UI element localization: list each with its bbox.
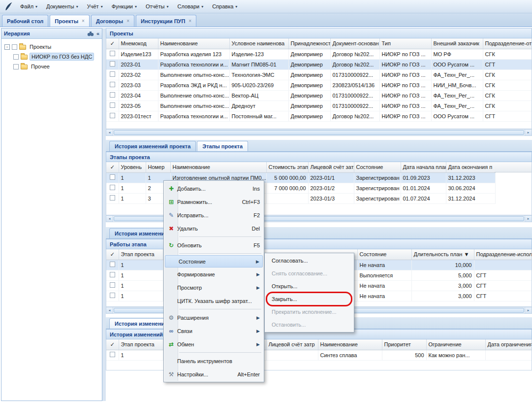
menu-item[interactable]: ⚒Настройки...Alt+Enter xyxy=(164,368,264,381)
scroll-left-icon[interactable]: ◂ xyxy=(106,307,113,313)
menu-item[interactable]: ✎Исправить...F2 xyxy=(164,208,264,222)
menu-item[interactable]: Просмотр▶ xyxy=(164,281,264,294)
tree-checkbox[interactable] xyxy=(12,44,17,50)
collapse-panel-icon[interactable]: « xyxy=(96,31,99,36)
column-header[interactable]: Состояние xyxy=(357,249,411,260)
column-header[interactable]: Этап проекта xyxy=(119,339,163,350)
menu-item[interactable]: ✚Добавить...Ins xyxy=(164,182,264,195)
column-header[interactable]: Стоимость этапа xyxy=(266,162,308,172)
tab-close-icon[interactable]: × xyxy=(126,18,129,24)
row-checkbox[interactable] xyxy=(110,195,115,201)
scroll-right-icon[interactable]: ▸ xyxy=(525,216,532,222)
scroll-thumb[interactable] xyxy=(114,130,524,135)
select-all-header[interactable]: ✓ xyxy=(106,249,119,260)
row-checkbox[interactable] xyxy=(110,92,115,98)
menubar-item[interactable]: Словари▾ xyxy=(173,1,208,12)
scroll-left-icon[interactable]: ◂ xyxy=(106,130,113,135)
menubar-item[interactable]: Документы▾ xyxy=(42,1,83,12)
column-header[interactable]: Дата окончания п xyxy=(446,162,495,172)
menu-item[interactable]: ✖УдалитьDel xyxy=(164,222,264,235)
column-header[interactable]: Номер xyxy=(146,162,170,172)
table-row[interactable]: Изделие123Разработка изделия 123Изделие-… xyxy=(106,49,532,59)
column-header[interactable]: Дата начала план xyxy=(401,162,446,172)
row-checkbox[interactable] xyxy=(110,352,115,357)
column-header[interactable]: Приоритет xyxy=(382,339,426,350)
column-header[interactable]: Уровень xyxy=(119,162,146,172)
row-checkbox[interactable] xyxy=(110,71,115,77)
column-header[interactable]: Подразделение-исполн xyxy=(474,249,532,260)
menu-item[interactable]: Согласовать... xyxy=(265,254,354,267)
table-row[interactable]: 2023-05Выполнение опытно-конс...Дредноут… xyxy=(106,100,532,111)
tab-Инструкции ПУП[interactable]: Инструкции ПУП× xyxy=(136,15,196,27)
binoculars-icon[interactable] xyxy=(87,31,94,36)
tree-expander-icon[interactable]: - xyxy=(4,44,10,50)
menubar-item[interactable]: Отчёты▾ xyxy=(141,1,173,12)
column-header[interactable]: Мнемокод xyxy=(119,38,158,49)
column-header[interactable]: Принадлежность xyxy=(288,38,330,49)
table-row[interactable]: 2023-01тестРазработка технологии и...Пос… xyxy=(106,111,532,121)
tree-checkbox[interactable] xyxy=(13,54,19,60)
column-header[interactable]: Лицевой счёт затрат xyxy=(308,162,354,172)
column-header[interactable]: Длительность план ▼ xyxy=(411,249,474,260)
table-row[interactable]: 2023-03Разработка ЭКД и РКД н...905-U020… xyxy=(106,80,532,90)
scroll-left-icon[interactable]: ◂ xyxy=(106,216,113,222)
column-header[interactable]: Подразделение-от xyxy=(483,38,532,49)
menu-item[interactable]: ⚙Расширения▶ xyxy=(164,311,264,324)
menu-item[interactable]: Формирование▶ xyxy=(164,268,264,281)
column-header[interactable]: Наименование xyxy=(170,162,266,172)
column-header[interactable]: Ограничение xyxy=(426,339,485,350)
tree-item[interactable]: -Проекты xyxy=(2,42,101,52)
table-row[interactable]: 2023-01Разработка технологии и...Магнит … xyxy=(106,59,532,69)
row-checkbox[interactable] xyxy=(110,102,115,108)
select-all-header[interactable]: ✓ xyxy=(106,339,119,350)
column-header[interactable]: Тип xyxy=(379,38,431,49)
tab-Проекты[interactable]: Проекты× xyxy=(50,15,90,27)
menu-item[interactable]: Закрыть... xyxy=(265,293,354,305)
row-checkbox[interactable] xyxy=(110,82,115,87)
menubar-item[interactable]: Справка▾ xyxy=(208,1,242,12)
row-checkbox[interactable] xyxy=(110,272,115,277)
column-header[interactable]: Документ-основан xyxy=(330,38,379,49)
tab-Рабочий стол[interactable]: Рабочий стол xyxy=(2,15,48,27)
menu-item[interactable]: Панель инструментов xyxy=(164,354,264,368)
column-header[interactable]: Условное наименова xyxy=(229,38,288,49)
menu-item[interactable]: ⊞Размножить...Ctrl+F3 xyxy=(164,195,264,208)
menu-item[interactable]: ↻ОбновитьF5 xyxy=(164,238,264,252)
scroll-right-icon[interactable]: ▸ xyxy=(525,130,532,135)
menu-item[interactable]: ЦИТК. Указать шифр затрат... xyxy=(164,294,264,307)
column-header[interactable]: Наименование xyxy=(158,38,229,49)
row-checkbox[interactable] xyxy=(110,174,115,180)
row-checkbox[interactable] xyxy=(110,113,115,118)
row-checkbox[interactable] xyxy=(110,282,115,288)
table-row[interactable]: 2023-02Выполнение опытно-конс...Технолог… xyxy=(106,69,532,80)
column-header[interactable]: Дата ограничения xyxy=(485,339,532,350)
column-header[interactable]: Наименование xyxy=(318,339,382,350)
menubar-item[interactable]: Учёт▾ xyxy=(83,1,107,12)
row-checkbox[interactable] xyxy=(110,185,115,190)
row-checkbox[interactable] xyxy=(110,51,115,56)
tab-Этапы проекта[interactable]: Этапы проекта xyxy=(197,141,248,151)
row-checkbox[interactable] xyxy=(110,293,115,298)
select-all-header[interactable]: ✓ xyxy=(106,38,119,49)
scroll-right-icon[interactable]: ▸ xyxy=(525,307,532,313)
tab-close-icon[interactable]: × xyxy=(188,18,191,24)
menu-item[interactable]: ∞Связи▶ xyxy=(164,324,264,337)
column-header[interactable]: Этап проекта xyxy=(119,249,163,260)
column-header[interactable]: Лицевой счёт затр xyxy=(266,339,318,350)
tab-Договоры[interactable]: Договоры× xyxy=(91,15,134,27)
column-header[interactable]: Состояние xyxy=(354,162,401,172)
row-checkbox[interactable] xyxy=(110,262,115,267)
menubar-item[interactable]: Функции▾ xyxy=(107,1,141,12)
menu-item[interactable]: ⇄Обмен▶ xyxy=(164,337,264,351)
row-checkbox[interactable] xyxy=(110,61,115,67)
menu-item[interactable]: Состояние▶ xyxy=(165,255,263,268)
tab-close-icon[interactable]: × xyxy=(82,18,85,24)
table-row[interactable]: 2023-04Выполнение опытно-конс...Вектор-А… xyxy=(106,90,532,100)
tab-История изменений проекта[interactable]: История изменений проекта xyxy=(109,141,196,151)
column-header[interactable]: Внешний заказчик xyxy=(431,38,483,49)
select-all-header[interactable]: ✓ xyxy=(106,162,119,172)
panel-splitter[interactable] xyxy=(102,28,106,401)
tree-checkbox[interactable] xyxy=(13,64,19,69)
projects-hscrollbar[interactable]: ◂ ▸ xyxy=(106,129,532,136)
tree-item[interactable]: Прочее xyxy=(2,62,101,71)
